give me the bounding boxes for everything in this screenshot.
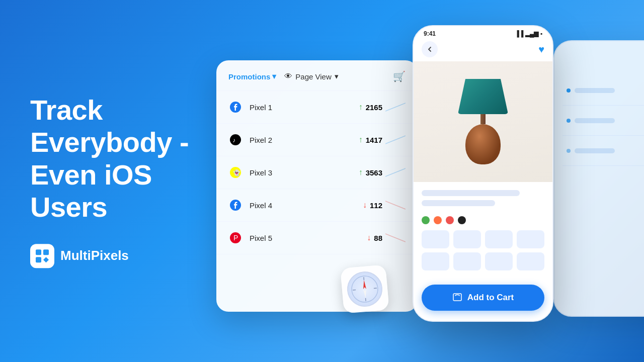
brand-icon [30,244,54,268]
back-label [575,88,615,93]
pixel-value: 88 [374,234,382,242]
product-title-bar [422,190,520,196]
trend-arrow-icon: ↓ [363,201,367,210]
pixel-name: Pixel 5 [250,234,360,242]
size-option[interactable] [517,230,544,248]
pixel-name: Pixel 4 [250,201,356,210]
platform-icon [228,198,243,212]
lamp-neck [480,114,486,124]
svg-line-12 [364,277,364,280]
add-to-cart-button[interactable]: Add to Cart [422,285,544,311]
product-image [414,61,552,182]
back-row-3: 6 [562,136,644,166]
color-coral[interactable] [434,216,442,224]
size-option[interactable] [485,230,513,248]
size-option[interactable] [517,252,544,270]
platform-icon: ♪ [228,133,243,147]
promotions-button[interactable]: Promotions ▾ [228,72,276,81]
product-info-section [414,182,552,206]
dashboard-header: Promotions ▾ 👁 Page View ▾ 🛒 [216,60,418,91]
pixel-stat: ↑ 2165 [359,102,406,112]
lamp-base [465,124,501,164]
indicator-dot [567,149,571,153]
size-option[interactable] [422,230,449,248]
pixel-stat: ↑ 3563 [359,167,406,177]
platform-icon: P [228,231,243,245]
phone-mockup: 9:41 ▐▐ ▂▄▆ ▪ ♥ [413,25,553,322]
back-button[interactable] [422,41,438,57]
platform-icon [228,100,243,114]
trend-arrow-icon: ↓ [367,233,371,242]
pixel-row: ♪ Pixel 2 ↑ 1417 [216,124,418,156]
back-row-2: 4 [562,106,644,136]
wishlist-heart-icon[interactable]: ♥ [538,44,544,55]
size-option[interactable] [453,230,481,248]
pixel-name: Pixel 2 [250,136,352,144]
brand-name: MultiPixels [60,248,129,263]
svg-point-11 [351,275,379,303]
status-icons: ▐▐ ▂▄▆ ▪ [515,30,542,37]
pixel-value: 3563 [366,168,382,177]
size-option[interactable] [485,252,513,270]
cart-icon[interactable]: 🛒 [393,70,406,82]
pixel-stat: ↓ 88 [367,233,406,243]
platform-icon: 👻 [228,165,243,179]
back-label [575,148,615,153]
compass-badge [340,264,389,314]
lamp-illustration [458,79,508,164]
page-view-button[interactable]: 👁 Page View ▾ [284,72,338,81]
back-label [575,118,615,123]
headline: Track Everybody - Even iOS Users [30,94,189,224]
page-view-chevron-icon: ▾ [335,72,339,81]
phone-mockup-back: ▾ 5 4 6 [553,40,644,317]
svg-line-13 [366,298,366,301]
eye-icon: 👁 [284,72,292,81]
svg-marker-16 [362,280,366,289]
back-row-1: 5 [562,75,644,106]
svg-rect-2 [36,257,41,262]
promo-chevron-icon: ▾ [272,72,276,81]
indicator-dot [567,119,571,123]
status-bar: 9:41 ▐▐ ▂▄▆ ▪ [414,26,552,39]
svg-text:👻: 👻 [233,169,240,176]
pixel-list: Pixel 1 ↑ 2165 ♪ Pixel 2 ↑ 1417 👻 Pixel … [216,91,418,254]
color-red[interactable] [446,216,454,224]
product-subtitle-bar [422,200,495,206]
svg-marker-17 [363,289,367,298]
size-grid [414,230,552,270]
pixel-name: Pixel 1 [250,103,352,112]
promotions-label: Promotions [228,72,270,81]
brand-logo: MultiPixels [30,244,189,268]
color-green[interactable] [422,216,430,224]
svg-point-4 [230,134,241,145]
size-option[interactable] [422,252,449,270]
svg-line-14 [353,290,356,291]
svg-text:♪: ♪ [232,137,235,144]
trend-arrow-icon: ↑ [359,168,363,177]
pixel-stat: ↑ 1417 [359,135,406,145]
phone-nav: ♥ [414,39,552,61]
pixel-stat: ↓ 112 [363,200,406,210]
svg-rect-0 [36,249,41,255]
pixel-value: 112 [370,201,382,210]
svg-line-15 [374,288,377,289]
left-section: Track Everybody - Even iOS Users MultiPi… [30,94,189,268]
status-time: 9:41 [424,30,436,37]
pixel-value: 1417 [366,136,382,144]
indicator-dot [567,88,571,93]
pixel-name: Pixel 3 [250,168,352,177]
trend-arrow-icon: ↑ [359,135,363,144]
add-to-cart-label: Add to Cart [467,293,514,303]
back-phone-content: ▾ 5 4 6 [554,41,644,176]
color-selector [414,210,552,230]
compass-inner [346,270,384,308]
size-option[interactable] [453,252,481,270]
svg-text:P: P [233,234,238,242]
color-dark[interactable] [458,216,466,224]
svg-rect-1 [43,249,49,255]
trend-arrow-icon: ↑ [359,103,363,112]
pixel-value: 2165 [366,103,382,112]
pixel-row: Pixel 4 ↓ 112 [216,189,418,222]
lamp-shade [458,79,508,114]
pixel-row: Pixel 1 ↑ 2165 [216,91,418,124]
